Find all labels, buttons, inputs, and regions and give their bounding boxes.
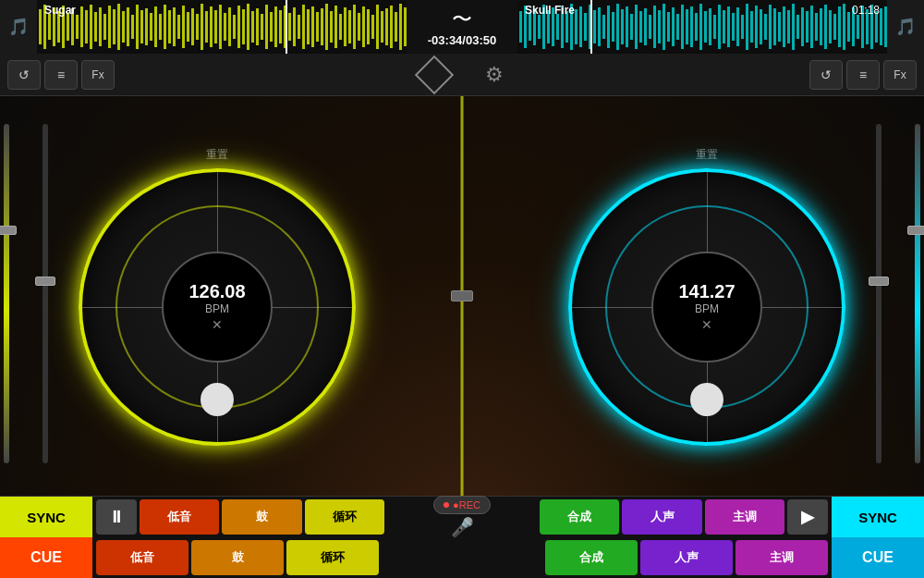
svg-rect-67 [348, 10, 351, 43]
rec-button[interactable]: ●REC [433, 496, 491, 514]
pad-left-loop-row2[interactable]: 循环 [286, 540, 379, 575]
pause-btn[interactable]: ⏸ [96, 499, 137, 535]
eq-btn-left[interactable]: ≡ [44, 60, 78, 90]
svg-rect-26 [159, 14, 162, 40]
svg-rect-97 [593, 10, 596, 43]
svg-rect-20 [131, 15, 134, 39]
svg-rect-120 [699, 4, 702, 50]
fx-btn-right[interactable]: Fx [883, 60, 917, 90]
svg-rect-151 [843, 4, 845, 50]
svg-rect-127 [732, 13, 735, 41]
turntable-left[interactable]: 126.08 BPM ✕ [79, 168, 356, 446]
pad-right-synth-row1[interactable]: 合成 [540, 499, 619, 535]
svg-rect-117 [686, 9, 688, 44]
volume-slider-left[interactable] [4, 124, 9, 463]
svg-rect-103 [621, 9, 624, 44]
svg-rect-64 [334, 6, 337, 48]
svg-rect-76 [390, 6, 393, 48]
turntable-left-wrapper: 重置 126.08 BPM ✕ [79, 147, 356, 446]
sync-btn-left[interactable]: SYNC [0, 497, 92, 537]
svg-rect-130 [746, 4, 748, 50]
svg-rect-19 [127, 7, 129, 46]
eq-btn-right[interactable]: ≡ [846, 60, 880, 90]
play-btn[interactable]: ▶ [787, 499, 828, 535]
fx-btn-left[interactable]: Fx [81, 60, 115, 90]
svg-rect-42 [233, 15, 236, 39]
sync-btn-right[interactable]: SYNC [832, 497, 924, 537]
controls-bar: ↺ ≡ Fx ⚙ ↺ ≡ Fx [0, 54, 924, 96]
svg-rect-131 [750, 11, 753, 43]
pad-left-drum-row2[interactable]: 鼓 [191, 540, 284, 575]
svg-rect-94 [579, 6, 582, 47]
dj-area: 重置 126.08 BPM ✕ [0, 96, 924, 496]
bottom-row-2: CUE 低音 鼓 循环 合成 人声 主调 CUE [0, 537, 924, 578]
crossfader-handle[interactable] [451, 290, 473, 301]
svg-rect-22 [140, 10, 143, 43]
svg-rect-41 [228, 7, 231, 46]
top-bar: 🎵 Sugar [0, 0, 924, 54]
svg-rect-33 [191, 8, 194, 45]
svg-rect-149 [833, 14, 836, 40]
svg-rect-44 [242, 9, 245, 44]
pad-right-synth-row2[interactable]: 合成 [545, 540, 638, 575]
svg-rect-50 [270, 12, 273, 42]
svg-rect-17 [117, 4, 120, 50]
add-music-right-icon[interactable]: 🎵 [895, 17, 916, 37]
svg-rect-118 [690, 6, 693, 47]
controls-right: ↺ ≡ Fx [739, 60, 924, 90]
music-icon-right[interactable]: 🎵 [887, 0, 924, 54]
svg-rect-115 [676, 14, 679, 40]
svg-rect-75 [385, 8, 388, 45]
heartbeat-icon: 〜 [452, 6, 472, 33]
waveform-right[interactable]: Skull Fire 01:18 [517, 0, 887, 54]
pad-buttons-right-row2: 合成 人声 主调 [536, 540, 832, 575]
reset-btn-left[interactable]: ↺ [7, 60, 41, 90]
pad-left-bass-row1[interactable]: 低音 [140, 499, 219, 535]
svg-rect-148 [829, 10, 832, 43]
track-title-left: Sugar [44, 4, 76, 17]
svg-rect-125 [723, 10, 725, 43]
pad-right-voice-row2[interactable]: 人声 [640, 540, 733, 575]
reset-btn-right[interactable]: ↺ [809, 60, 843, 90]
svg-rect-95 [584, 13, 587, 41]
volume-slider-right[interactable] [915, 124, 920, 463]
turntable-right[interactable]: 141.27 BPM ✕ [568, 168, 845, 446]
waveform-left[interactable]: Sugar [37, 0, 407, 54]
svg-rect-111 [658, 10, 661, 43]
svg-rect-133 [760, 9, 762, 44]
mic-icon[interactable]: 🎤 [451, 516, 474, 538]
gear-button[interactable]: ⚙ [485, 63, 504, 87]
svg-rect-2 [48, 14, 51, 40]
svg-rect-43 [237, 6, 240, 48]
svg-rect-152 [847, 12, 850, 42]
pad-right-key-row2[interactable]: 主调 [736, 540, 828, 575]
svg-rect-77 [395, 12, 397, 42]
pitch-slider-left[interactable] [43, 124, 48, 463]
center-controls: ●REC 🎤 [388, 496, 536, 538]
svg-rect-60 [316, 12, 319, 42]
svg-rect-101 [612, 12, 614, 42]
pad-left-loop-row1[interactable]: 循环 [305, 499, 384, 535]
svg-rect-79 [404, 7, 407, 46]
bottom-section: SYNC ⏸ 低音 鼓 循环 ●REC 🎤 合成 人声 主调 ▶ SYNC [0, 496, 924, 578]
pad-left-drum-row1[interactable]: 鼓 [222, 499, 301, 535]
pad-left-bass-row2[interactable]: 低音 [96, 540, 188, 575]
pad-buttons-left-row1: ⏸ 低音 鼓 循环 [92, 499, 388, 535]
pad-right-voice-row1[interactable]: 人声 [622, 499, 701, 535]
add-music-icon[interactable]: 🎵 [8, 17, 29, 37]
svg-rect-139 [787, 10, 790, 43]
svg-rect-99 [602, 15, 605, 39]
bpm-label-left: BPM [205, 302, 229, 315]
svg-rect-39 [219, 5, 222, 49]
track-time-right: 01:18 [852, 4, 880, 17]
cue-btn-left[interactable]: CUE [0, 537, 92, 578]
svg-rect-54 [288, 13, 291, 41]
pad-right-key-row1[interactable]: 主调 [705, 499, 784, 535]
svg-rect-141 [796, 15, 799, 39]
svg-rect-106 [635, 5, 638, 49]
cue-btn-right[interactable]: CUE [832, 537, 924, 578]
pitch-slider-right[interactable] [876, 124, 881, 463]
diamond-button[interactable] [415, 55, 454, 93]
music-icon-left[interactable]: 🎵 [0, 0, 37, 54]
svg-rect-150 [838, 6, 841, 47]
